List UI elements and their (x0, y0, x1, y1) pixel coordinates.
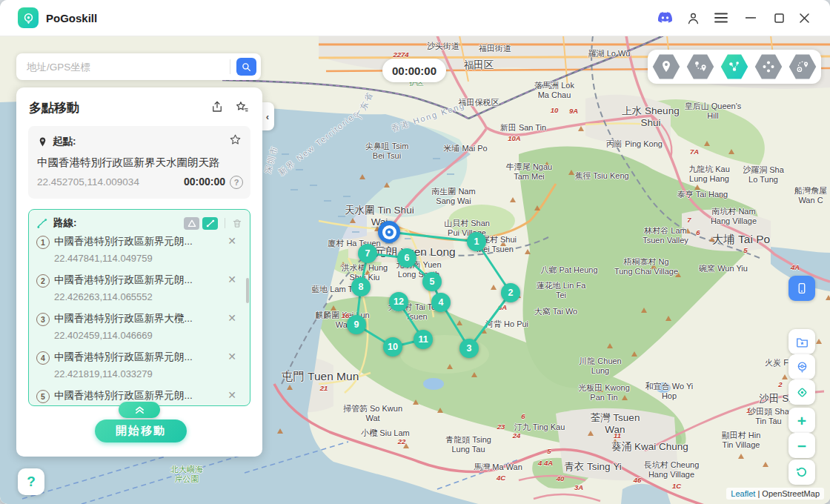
current-position-marker[interactable] (378, 221, 400, 243)
waypoint-marker-1[interactable]: 1 (467, 232, 486, 251)
reset-rotate-button[interactable] (788, 460, 815, 485)
waypoint-marker-3[interactable]: 3 (459, 339, 479, 358)
favorites-icon[interactable] (235, 100, 249, 117)
export-route-icon[interactable] (210, 100, 224, 116)
start-coords: 22.452705,114.009034 (37, 176, 139, 188)
start-time: 00:00:00 (184, 176, 225, 188)
account-button[interactable] (683, 9, 703, 27)
line-route-toggle[interactable] (202, 217, 218, 230)
app-window: 沙头街道福田街道福田区福田保税区羅湖 Lo Wu落馬洲 LokMa Chau新田… (0, 0, 830, 504)
waypoint-marker-7[interactable]: 7 (358, 244, 377, 263)
waypoint-address: 中國香港特別行政區新界元朗... (54, 235, 216, 248)
remove-waypoint-button[interactable]: ✕ (228, 236, 236, 246)
start-label: 起點: (53, 135, 76, 148)
waypoint-marker-10[interactable]: 10 (383, 337, 402, 357)
maximize-button[interactable] (769, 9, 788, 27)
waypoint-address: 中國香港特別行政區新界元朗... (54, 351, 216, 364)
start-pin-icon: s (37, 136, 48, 147)
divider (225, 218, 225, 228)
app-logo-icon (18, 7, 39, 28)
remove-waypoint-button[interactable]: ✕ (228, 351, 236, 362)
osm-link[interactable]: OpenStreetMap (762, 489, 820, 498)
waypoint-marker-11[interactable]: 11 (414, 330, 433, 349)
map-attribution: Leaflet | OpenStreetMap (726, 488, 824, 500)
titlebar: PoGoskill (0, 0, 830, 36)
zoom-out-button[interactable]: − (788, 433, 815, 458)
remove-waypoint-button[interactable]: ✕ (228, 390, 236, 400)
waypoint-coords: 22.426263,114.065552 (54, 291, 153, 302)
remove-waypoint-button[interactable]: ✕ (228, 313, 236, 323)
waypoint-marker-4[interactable]: 4 (431, 293, 451, 312)
waypoint-address: 中國香港特別行政區新界元朗... (54, 389, 216, 402)
waypoint-marker-5[interactable]: 5 (422, 272, 442, 291)
app-title: PoGoskill (46, 12, 97, 24)
gpx-collection-button[interactable] (788, 329, 815, 354)
center-location-button[interactable] (788, 379, 815, 405)
waypoint-marker-12[interactable]: 12 (389, 292, 408, 311)
leaflet-link[interactable]: Leaflet (731, 489, 755, 498)
waypoint-number-badge: 3 (36, 313, 50, 326)
close-button[interactable] (794, 9, 814, 27)
multi-spot-panel: 多點移動 s 起點: 中國香港特別行政區新界天水圍朗天路 22.452705,1… (16, 87, 262, 457)
search-button[interactable] (236, 58, 256, 76)
waypoint-marker-6[interactable]: 6 (397, 248, 416, 268)
device-button[interactable] (788, 276, 815, 301)
route-list-scrollbar[interactable] (246, 278, 249, 303)
route-card: 路線: 1 中國香港特別行政區新界元朗... ✕ 22.44784 (28, 209, 250, 406)
jump-teleport-mode-icon[interactable] (788, 53, 817, 80)
route-icon (36, 217, 49, 230)
waypoint-number-badge: 5 (36, 390, 50, 403)
start-move-button[interactable]: 開始移動 (95, 420, 187, 442)
mode-toolbar (648, 50, 821, 84)
panel-collapse-tab[interactable]: ‹ (261, 102, 274, 130)
list-collapse-button[interactable] (119, 402, 160, 418)
movement-timer: 00:00:00 (382, 59, 446, 82)
time-help-icon[interactable]: ? (230, 176, 243, 189)
waypoint-marker-9[interactable]: 9 (347, 315, 366, 334)
delete-route-button[interactable] (232, 218, 242, 229)
two-spot-mode-icon[interactable] (686, 53, 714, 80)
discord-button[interactable] (655, 9, 674, 27)
waypoint-address: 中國香港特別行政區新界大欖... (54, 312, 216, 325)
waypoint-number-badge: 1 (36, 236, 50, 249)
loop-route-toggle[interactable] (184, 217, 199, 230)
panel-title: 多點移動 (29, 99, 79, 116)
waypoint-number-badge: 4 (36, 351, 50, 365)
joystick-mode-icon[interactable] (754, 53, 783, 80)
waypoint-address: 中國香港特別行政區新界元朗... (54, 273, 216, 287)
search-input[interactable] (25, 61, 230, 73)
waypoint-marker-2[interactable]: 2 (501, 283, 520, 302)
waypoint-coords: 22.402459,114.046669 (54, 330, 153, 341)
route-list-item[interactable]: 2 中國香港特別行政區新界元朗... ✕ 22.426263,114.06555… (33, 272, 247, 311)
waypoint-coords: 22.447841,114.049759 (54, 253, 153, 264)
divider (230, 59, 230, 74)
help-button[interactable]: ? (18, 468, 44, 495)
route-label: 路線: (53, 216, 77, 230)
start-favorite-star[interactable] (229, 133, 242, 149)
menu-button[interactable] (711, 9, 731, 27)
start-address: 中國香港特別行政區新界天水圍朗天路 (37, 156, 220, 170)
start-point-card: s 起點: 中國香港特別行政區新界天水圍朗天路 22.452705,114.00… (28, 126, 250, 199)
waypoint-number-badge: 2 (36, 274, 50, 288)
route-list-item[interactable]: 4 中國香港特別行政區新界元朗... ✕ 22.421819,114.03327… (33, 349, 247, 388)
teleport-mode-icon[interactable] (652, 53, 680, 80)
waypoint-coords: 22.421819,114.033279 (54, 368, 153, 379)
waypoint-marker-8[interactable]: 8 (351, 277, 371, 296)
search-bar (16, 53, 261, 80)
multi-spot-mode-icon[interactable] (720, 53, 748, 80)
minimize-button[interactable] (741, 9, 760, 27)
remove-waypoint-button[interactable]: ✕ (228, 274, 236, 285)
zoom-in-button[interactable]: + (788, 408, 815, 433)
route-list-item[interactable]: 3 中國香港特別行政區新界大欖... ✕ 22.402459,114.04666… (33, 311, 247, 349)
route-list-item[interactable]: 1 中國香港特別行政區新界元朗... ✕ 22.447841,114.04975… (33, 233, 247, 272)
route-list: 1 中國香港特別行政區新界元朗... ✕ 22.447841,114.04975… (33, 233, 247, 404)
pokestop-map-button[interactable] (788, 354, 815, 379)
